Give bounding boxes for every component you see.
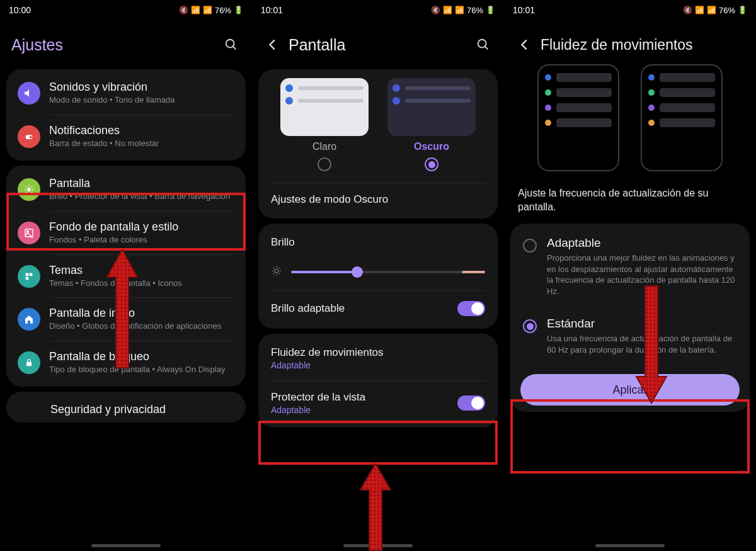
row-themes[interactable]: Temas Temas • Fondos de pantalla • Icono… <box>6 255 246 298</box>
toggle-adaptive-brightness[interactable] <box>457 301 485 316</box>
status-icons: 🔇 📶 📶 76% 🔋 <box>683 6 747 15</box>
row-notifications[interactable]: Notificaciones Barra de estado • No mole… <box>6 115 246 158</box>
toggle-eye[interactable] <box>457 395 485 411</box>
apply-button[interactable]: Aplicar <box>520 374 740 406</box>
svg-rect-17 <box>26 276 29 280</box>
row-home[interactable]: Pantalla de inicio Diseño • Globos de no… <box>6 298 246 341</box>
instruction-text: Ajuste la frecuencia de actualización de… <box>504 178 756 217</box>
phone-settings: 10:00 🔇 📶 📶 76% 🔋 Ajustes Sonidos y vibr… <box>0 0 252 551</box>
settings-group-3: Seguridad y privacidad <box>6 392 246 423</box>
header: Fluidez de movimientos <box>504 18 756 64</box>
signal-icon: 📶 <box>707 6 716 14</box>
theme-light-thumb <box>280 78 369 136</box>
option-title: Adaptable <box>547 236 737 250</box>
notif-icon <box>18 125 40 148</box>
radio-light[interactable] <box>318 157 331 171</box>
row-dark-settings[interactable]: Ajustes de modo Oscuro <box>258 183 498 216</box>
radio-standard[interactable] <box>523 319 537 333</box>
option-adaptive[interactable]: Adaptable Proporciona una mejor fluidez … <box>510 226 750 307</box>
row-title: Protector de la vista <box>271 391 365 404</box>
row-title: Fondo de pantalla y estilo <box>49 220 231 234</box>
theme-dark-thumb <box>387 78 476 136</box>
battery-pct: 76% <box>467 6 483 15</box>
status-bar: 10:00 🔇 📶 📶 76% 🔋 <box>0 0 252 18</box>
back-icon[interactable] <box>263 35 282 54</box>
row-title: Fluidez de movimientos <box>271 346 485 359</box>
themes-icon <box>18 265 40 288</box>
signal-icon: 📶 <box>455 6 464 14</box>
option-desc: Proporciona una mejor fluidez en las ani… <box>547 253 737 297</box>
svg-line-1 <box>233 47 236 50</box>
svg-line-30 <box>273 273 275 275</box>
row-motion[interactable]: Fluidez de movimientos Adaptable <box>258 336 498 380</box>
row-sub: Adaptable <box>271 405 365 415</box>
row-title: Sonidos y vibración <box>49 81 231 94</box>
motion-eye-card: Fluidez de movimientos Adaptable Protect… <box>258 334 498 428</box>
row-security[interactable]: Seguridad y privacidad <box>6 394 246 420</box>
row-sounds[interactable]: Sonidos y vibración Modo de sonido • Ton… <box>6 72 246 115</box>
sun-icon <box>271 265 282 279</box>
wifi-icon: 📶 <box>191 6 200 14</box>
phone-display: 10:01 🔇 📶 📶 76% 🔋 Pantalla Claro <box>252 0 504 551</box>
row-sub: Barra de estado • No molestar <box>49 139 231 149</box>
svg-rect-15 <box>26 273 29 276</box>
brightness-slider[interactable] <box>291 271 485 273</box>
radio-adaptive[interactable] <box>523 239 537 253</box>
row-lock[interactable]: Pantalla de bloqueo Tipo de bloqueo de p… <box>6 341 246 384</box>
svg-line-9 <box>26 186 27 188</box>
svg-line-28 <box>273 268 275 269</box>
phone-motion: 10:01 🔇 📶 📶 76% 🔋 Fluidez de movimientos <box>504 0 756 551</box>
svg-line-12 <box>32 186 33 188</box>
mute-icon: 🔇 <box>431 6 440 14</box>
nav-pill[interactable] <box>595 544 665 547</box>
row-title: Notificaciones <box>49 124 231 137</box>
settings-group-1: Sonidos y vibración Modo de sonido • Ton… <box>6 69 246 161</box>
header: Ajustes <box>0 18 252 64</box>
search-icon[interactable] <box>474 35 493 54</box>
option-standard[interactable]: Estándar Usa una frecuencia de actualiza… <box>510 307 750 365</box>
row-title: Ajustes de modo Oscuro <box>271 193 388 205</box>
svg-rect-13 <box>25 229 33 237</box>
search-icon[interactable] <box>222 35 241 54</box>
row-title: Pantalla de bloqueo <box>49 350 231 363</box>
row-title: Pantalla de inicio <box>49 307 231 320</box>
row-sub: Modo de sonido • Tono de llamada <box>49 95 231 106</box>
svg-line-31 <box>279 268 280 269</box>
page-title: Pantalla <box>289 36 467 54</box>
row-display[interactable]: Pantalla Brillo • Protector de la vista … <box>6 168 246 211</box>
radio-dark[interactable] <box>425 157 438 171</box>
row-adaptive-brightness[interactable]: Brillo adaptable <box>258 291 498 326</box>
row-title: Pantalla <box>49 177 231 190</box>
mute-icon: 🔇 <box>179 6 188 14</box>
option-title: Estándar <box>547 317 737 331</box>
svg-point-23 <box>275 269 278 273</box>
status-bar: 10:01 🔇 📶 📶 76% 🔋 <box>252 0 504 18</box>
refresh-previews <box>504 64 756 178</box>
svg-point-14 <box>27 230 29 232</box>
header: Pantalla <box>252 18 504 64</box>
svg-line-29 <box>279 273 280 275</box>
back-icon[interactable] <box>515 35 534 54</box>
sound-icon <box>18 82 40 105</box>
theme-card: Claro Oscuro Ajustes de modo Oscuro <box>258 69 498 219</box>
battery-icon: 🔋 <box>234 6 243 14</box>
brightness-card: Brillo Brillo adaptable <box>258 224 498 329</box>
row-title: Brillo adaptable <box>271 302 345 315</box>
nav-pill[interactable] <box>91 544 161 547</box>
theme-light[interactable]: Claro <box>280 78 369 171</box>
wallpaper-icon <box>18 222 40 244</box>
svg-rect-16 <box>30 273 33 276</box>
clock: 10:01 <box>261 5 283 15</box>
row-sub: Temas • Fondos de pantalla • Iconos <box>49 278 231 289</box>
battery-pct: 76% <box>719 6 735 15</box>
row-wallpaper[interactable]: Fondo de pantalla y estilo Fondos • Pale… <box>6 212 246 254</box>
mute-icon: 🔇 <box>683 6 692 14</box>
row-sub: Adaptable <box>271 360 485 370</box>
theme-dark[interactable]: Oscuro <box>387 78 476 171</box>
display-icon <box>18 178 40 201</box>
row-eye[interactable]: Protector de la vista Adaptable <box>258 381 498 425</box>
clock: 10:00 <box>9 5 31 15</box>
svg-point-3 <box>30 136 32 139</box>
status-bar: 10:01 🔇 📶 📶 76% 🔋 <box>504 0 756 18</box>
nav-pill[interactable] <box>343 544 413 547</box>
